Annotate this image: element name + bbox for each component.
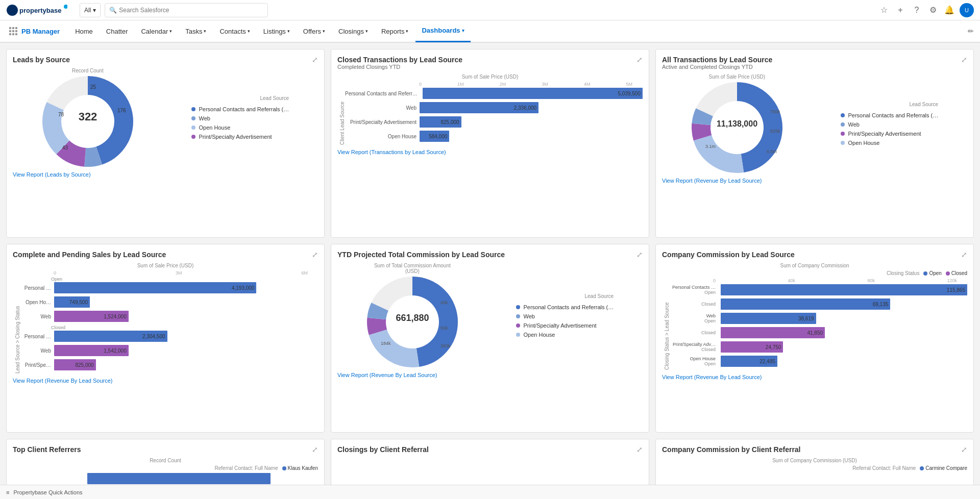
legend-label: Print/Specialty Advertisement: [523, 322, 596, 329]
bar-status: Closed: [701, 347, 716, 352]
add-icon[interactable]: +: [894, 4, 906, 16]
bar-label: Print/Spe…: [20, 362, 51, 368]
svg-text:6.5m: 6.5m: [767, 149, 777, 154]
expand-icon[interactable]: ⤢: [961, 445, 967, 454]
view-report-link[interactable]: View Report (Revenue By Lead Source): [337, 372, 643, 378]
bar-label-group: Print/Specialty Adv… Closed: [670, 342, 716, 352]
view-report-link[interactable]: View Report (Revenue By Lead Source): [662, 178, 967, 184]
chart-body: Client Lead Source Personal Contacts and…: [337, 88, 643, 145]
legend-item: Web: [841, 121, 938, 128]
nav-contacts[interactable]: Contacts▾: [213, 20, 256, 42]
donut-chart: 11,138,000 750k 825k 3.1m 6.5m: [691, 82, 783, 173]
bar-row: Personal Contacts … Open 115,865: [670, 284, 967, 295]
bar-row: Open House Open 22,485: [670, 356, 967, 367]
expand-icon[interactable]: ⤢: [312, 251, 318, 259]
svg-text:383k: 383k: [440, 343, 451, 348]
svg-rect-6: [9, 30, 11, 32]
search-input[interactable]: [119, 7, 221, 14]
view-report-link[interactable]: View Report (Transactions by Lead Source…: [337, 149, 643, 155]
view-report-link[interactable]: View Report (Revenue By Lead Source): [13, 378, 318, 384]
bar-label-group: Closed: [670, 330, 716, 335]
bar: 41,850: [721, 327, 825, 338]
chevron-down-icon: ▾: [462, 28, 464, 33]
bar-row: Open House 584,000: [345, 131, 643, 142]
view-report-link[interactable]: View Report (Revenue By Lead Source): [662, 374, 967, 380]
chevron-down-icon: ▾: [169, 29, 172, 34]
widget-title: Closed Transactions by Lead Source: [337, 56, 462, 64]
widget-header: YTD Projected Total Commission by Lead S…: [337, 251, 643, 259]
bar-status: Closed: [701, 302, 716, 307]
bar-value: 38,619: [798, 316, 814, 321]
nav-reports[interactable]: Reports▾: [375, 20, 415, 42]
bar-value: 115,865: [947, 287, 965, 293]
chevron-down-icon: ▾: [365, 29, 368, 34]
expand-icon[interactable]: ⤢: [961, 56, 967, 64]
legend-item: Personal Contacts and Referrals (…: [516, 304, 614, 310]
nav-tasks[interactable]: Tasks▾: [179, 20, 212, 42]
avatar[interactable]: U: [960, 3, 974, 17]
svg-text:750k: 750k: [770, 109, 780, 114]
nav-offers[interactable]: Offers▾: [297, 20, 331, 42]
settings-icon[interactable]: ⚙: [927, 4, 939, 16]
nav-chatter[interactable]: Chatter: [100, 20, 134, 42]
expand-icon[interactable]: ⤢: [636, 251, 643, 259]
nav-home[interactable]: Home: [69, 20, 99, 42]
search-bar[interactable]: 🔍: [105, 3, 268, 17]
legend-dot: [516, 314, 520, 318]
view-report-link[interactable]: View Report (Leads by Source): [13, 171, 318, 178]
x-axis-ticks: 040k80k120k: [713, 278, 957, 283]
bar: 825,000: [420, 116, 461, 128]
nav-calendar[interactable]: Calendar▾: [135, 20, 178, 42]
bar-value: 69,135: [873, 302, 889, 307]
donut-top-label: Sum of Sale Price (USD): [709, 74, 766, 80]
donut-chart-container: Record Count: [13, 68, 318, 167]
favorites-icon[interactable]: ☆: [878, 4, 890, 16]
bar-label: Personal …: [20, 285, 51, 291]
bar-label-group: Closed: [670, 302, 716, 307]
bar-label-group: Open House Open: [670, 356, 716, 366]
notifications-icon[interactable]: 🔔: [943, 4, 955, 16]
nav-closings[interactable]: Closings▾: [332, 20, 374, 42]
svg-text:322: 322: [78, 110, 97, 123]
svg-rect-4: [12, 27, 14, 29]
legend-label: Open House: [848, 140, 879, 146]
widget-header: All Transactions by Lead Source Active a…: [662, 56, 967, 70]
legend-item: Print/Specialty Advertisement: [191, 134, 289, 140]
quick-actions-label: Propertybase Quick Actions: [13, 489, 82, 495]
help-icon[interactable]: ?: [911, 4, 923, 16]
legend-label: Open House: [523, 332, 555, 338]
widget-header-text: All Transactions by Lead Source Active a…: [662, 56, 772, 70]
expand-icon[interactable]: ⤢: [961, 251, 967, 259]
bar-label: Web: [706, 313, 716, 318]
widget-title: Closings by Client Referral: [337, 445, 429, 454]
nav-dashboards[interactable]: Dashboards▾: [415, 20, 470, 42]
bar-chart: Sum of Sale Price (USD) 01M2M3M4M5M Clie…: [337, 74, 643, 145]
bar: 825,000: [54, 359, 96, 370]
chart-body: Lead Source > Closing Status Open Person…: [13, 277, 318, 373]
bar-label-group: Web Open: [670, 313, 716, 323]
widget-closed-transactions: Closed Transactions by Lead Source Compl…: [331, 49, 649, 238]
donut-top-label: Sum of Total Commission Amount (USD): [366, 263, 458, 274]
edit-icon[interactable]: ✏: [968, 27, 974, 35]
expand-icon[interactable]: ⤢: [636, 56, 643, 64]
nav-listings[interactable]: Listings▾: [257, 20, 296, 42]
bar-status: Closed: [701, 330, 716, 335]
svg-text:661,880: 661,880: [396, 313, 429, 323]
app-name: PB Manager: [21, 28, 60, 35]
bar-row: Web Open 38,619: [670, 313, 967, 324]
chevron-down-icon: ▾: [204, 29, 206, 34]
menu-icon[interactable]: ≡: [6, 489, 9, 495]
expand-icon[interactable]: ⤢: [636, 445, 643, 454]
expand-icon[interactable]: ⤢: [312, 56, 318, 64]
svg-rect-11: [15, 33, 17, 35]
widget-subtitle: Active and Completed Closings YTD: [662, 64, 772, 70]
legend-dot: [282, 466, 286, 470]
bars-container: Personal Contacts … Open 115,865 Closed …: [670, 284, 967, 370]
widget-header-text: Closed Transactions by Lead Source Compl…: [337, 56, 462, 70]
all-filter-dropdown[interactable]: All ▾: [80, 3, 101, 17]
expand-icon[interactable]: ⤢: [312, 445, 318, 454]
bar: 4,193,000: [54, 282, 256, 293]
bar-chart: Sum of Sale Price (USD) 03M6M Lead Sourc…: [13, 263, 318, 373]
grid-icon[interactable]: [6, 24, 20, 38]
legend-dot: [516, 333, 520, 337]
